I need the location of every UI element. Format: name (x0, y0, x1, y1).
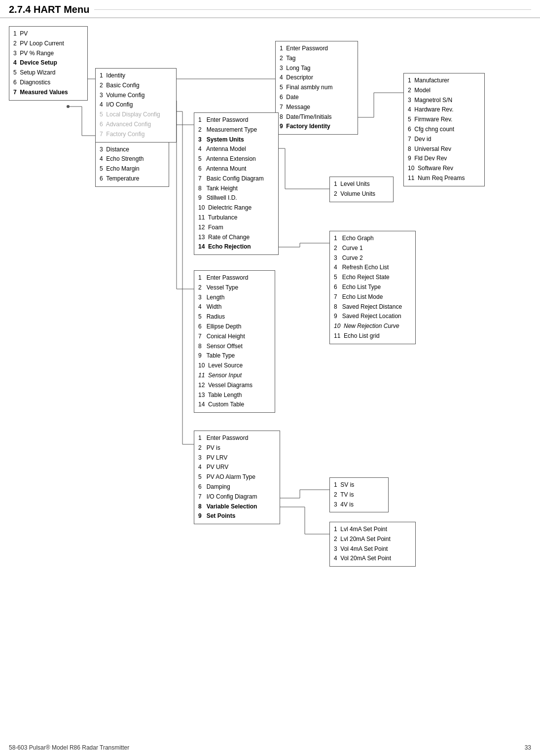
sp-item-2: 2 Lvl 20mA Set Point (334, 535, 411, 544)
factory-item-4: 4 Hardware Rev. (408, 105, 480, 115)
col2-item-6: 6 Advanced Config (100, 120, 172, 130)
er-item-4: 4 Refresh Echo List (334, 263, 411, 273)
bc-item-1: 1 Enter Password (198, 115, 274, 125)
er-item-11: 11 Echo List grid (334, 331, 411, 341)
factory-item-2: 2 Model (408, 86, 480, 96)
factory-item-10: 10 Software Rev (408, 164, 480, 174)
measured-item-3: 3 Distance (100, 145, 165, 155)
su-item-2: 2 Volume Units (334, 189, 389, 199)
col1-item-5: 5 Setup Wizard (13, 68, 83, 78)
bc-item-7: 7 Basic Config Diagram (198, 174, 274, 184)
vc-item-10: 10 Level Source (198, 361, 271, 371)
identity-item-5: 5 Final asmbly num (280, 83, 354, 93)
identity-item-6: 6 Date (280, 93, 354, 103)
io-item-5: 5 PV AO Alarm Type (198, 472, 276, 482)
bc-item-2: 2 Measurement Type (198, 125, 274, 135)
er-item-1: 1 Echo Graph (334, 234, 411, 244)
vc-item-3: 3 Length (198, 293, 271, 303)
vc-item-6: 6 Ellipse Depth (198, 322, 271, 332)
tree-wrapper: 1 PV 2 PV Loop Current 3 PV % Range 4 De… (9, 26, 532, 726)
col1-item-6: 6 Diagnostics (13, 78, 83, 88)
bc-item-12: 12 Foam (198, 223, 274, 233)
factory-item-9: 9 Fld Dev Rev (408, 154, 480, 164)
bc-item-10: 10 Dielectric Range (198, 203, 274, 213)
io-item-7: 7 I/O Config Diagram (198, 492, 276, 502)
col-basic-config-box: 1 Enter Password 2 Measurement Type 3 Sy… (194, 112, 279, 255)
page-footer: 58-603 Pulsar® Model R86 Radar Transmitt… (0, 744, 540, 751)
bc-item-4: 4 Antenna Model (198, 144, 274, 154)
bc-item-5: 5 Antenna Extension (198, 154, 274, 164)
er-item-2: 2 Curve 1 (334, 244, 411, 253)
col1-item-7: 7 Measured Values (13, 88, 83, 98)
er-item-7: 7 Echo List Mode (334, 292, 411, 302)
vc-item-2: 2 Vessel Type (198, 283, 271, 293)
col1-item-1: 1 PV (13, 29, 83, 39)
vc-item-8: 8 Sensor Offset (198, 342, 271, 352)
bc-item-13: 13 Rate of Change (198, 233, 274, 243)
identity-item-8: 8 Date/Time/Initials (280, 112, 354, 122)
vc-item-5: 5 Radius (198, 312, 271, 322)
col2-item-2: 2 Basic Config (100, 81, 172, 91)
col2-item-1: 1 Identity (100, 71, 172, 81)
col2-item-7: 7 Factory Config (100, 130, 172, 140)
io-item-8: 8 Variable Selection (198, 502, 276, 512)
factory-item-6: 6 Cfg chng count (408, 125, 480, 135)
factory-item-5: 5 Firmware Rev. (408, 115, 480, 125)
identity-item-1: 1 Enter Password (280, 44, 354, 54)
factory-item-7: 7 Dev id (408, 135, 480, 144)
vs-item-3: 3 4V is (334, 500, 384, 510)
content-area: 1 PV 2 PV Loop Current 3 PV % Range 4 De… (0, 18, 540, 756)
vc-item-12: 12 Vessel Diagrams (198, 381, 271, 391)
er-item-5: 5 Echo Reject State (334, 273, 411, 283)
identity-item-9: 9 Factory Identity (280, 122, 354, 132)
bc-item-14: 14 Echo Rejection (198, 242, 274, 252)
vs-item-1: 1 SV is (334, 480, 384, 490)
page-header: 2.7.4 HART Menu (0, 0, 540, 18)
bc-item-3: 3 System Units (198, 135, 274, 145)
io-item-2: 2 PV is (198, 443, 276, 453)
sp-item-4: 4 Vol 20mA Set Point (334, 554, 411, 564)
factory-item-3: 3 Magnetrol S/N (408, 96, 480, 106)
col-system-units-box: 1 Level Units 2 Volume Units (329, 177, 394, 202)
io-item-6: 6 Damping (198, 482, 276, 492)
factory-item-11: 11 Num Req Preams (408, 174, 480, 183)
page-title: 2.7.4 HART Menu (9, 4, 89, 15)
sp-item-1: 1 Lvl 4mA Set Point (334, 525, 411, 535)
er-item-10: 10 New Rejection Curve (334, 322, 411, 331)
page-container: 2.7.4 HART Menu (0, 0, 540, 756)
er-item-3: 3 Curve 2 (334, 253, 411, 263)
col-echo-rejection-box: 1 Echo Graph 2 Curve 1 3 Curve 2 4 Refre… (329, 231, 416, 344)
header-line (94, 9, 531, 10)
identity-item-4: 4 Descriptor (280, 73, 354, 83)
io-item-9: 9 Set Points (198, 511, 276, 521)
er-item-6: 6 Echo List Type (334, 283, 411, 292)
su-item-1: 1 Level Units (334, 180, 389, 189)
col-volume-config-box: 1 Enter Password 2 Vessel Type 3 Length … (194, 270, 275, 413)
io-item-4: 4 PV URV (198, 463, 276, 472)
vs-item-2: 2 TV is (334, 490, 384, 500)
vc-item-1: 1 Enter Password (198, 273, 271, 283)
sp-item-3: 3 Vol 4mA Set Point (334, 544, 411, 554)
col-variable-selection-box: 1 SV is 2 TV is 3 4V is (329, 477, 389, 512)
io-item-3: 3 PV LRV (198, 453, 276, 463)
col-factory-identity-box: 1 Manufacturer 2 Model 3 Magnetrol S/N 4… (403, 73, 485, 186)
footer-right: 33 (525, 744, 531, 751)
vc-item-7: 7 Conical Height (198, 332, 271, 342)
svg-point-5 (67, 105, 70, 108)
bc-item-11: 11 Turbulance (198, 213, 274, 223)
col2-item-5: 5 Local Display Config (100, 110, 172, 120)
identity-item-7: 7 Message (280, 103, 354, 112)
col1-item-3: 3 PV % Range (13, 49, 83, 59)
er-item-8: 8 Saved Reject Distance (334, 302, 411, 312)
col-set-points-box: 1 Lvl 4mA Set Point 2 Lvl 20mA Set Point… (329, 522, 416, 567)
vc-item-13: 13 Table Length (198, 391, 271, 400)
col2-item-3: 3 Volume Config (100, 91, 172, 101)
col2-item-4: 4 I/O Config (100, 100, 172, 110)
bc-item-9: 9 Stillwell I.D. (198, 193, 274, 203)
identity-item-3: 3 Long Tag (280, 64, 354, 73)
col1-item-4: 4 Device Setup (13, 58, 83, 68)
vc-item-4: 4 Width (198, 302, 271, 312)
factory-item-1: 1 Manufacturer (408, 76, 480, 86)
io-item-1: 1 Enter Password (198, 433, 276, 443)
identity-item-2: 2 Tag (280, 54, 354, 64)
